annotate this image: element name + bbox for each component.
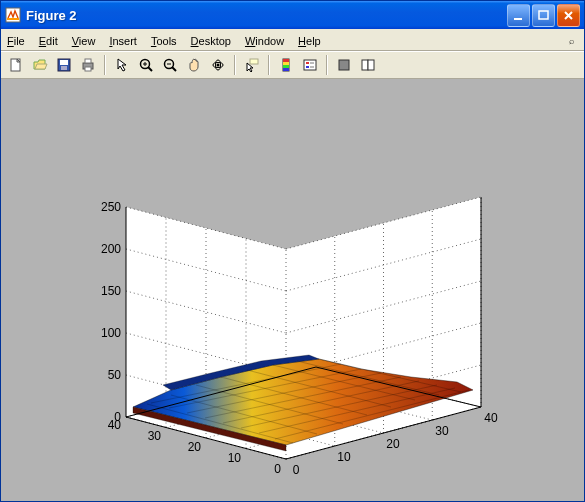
menu-desktop[interactable]: Desktop bbox=[189, 34, 233, 48]
toolbar bbox=[1, 51, 584, 79]
menu-bar: File Edit View Insert Tools Desktop Wind… bbox=[1, 29, 584, 51]
svg-rect-25 bbox=[283, 65, 289, 68]
pan-button[interactable] bbox=[183, 54, 205, 76]
maximize-button[interactable] bbox=[532, 4, 555, 27]
edit-plot-button[interactable] bbox=[111, 54, 133, 76]
open-file-button[interactable] bbox=[29, 54, 51, 76]
svg-rect-23 bbox=[283, 59, 289, 62]
svg-rect-1 bbox=[7, 18, 19, 20]
svg-line-16 bbox=[172, 67, 176, 71]
toolbar-separator bbox=[104, 55, 106, 75]
svg-text:30: 30 bbox=[435, 424, 449, 438]
toolbar-separator bbox=[234, 55, 236, 75]
svg-text:150: 150 bbox=[101, 284, 121, 298]
show-plot-tools-button[interactable] bbox=[357, 54, 379, 76]
menu-window[interactable]: Window bbox=[243, 34, 286, 48]
new-figure-button[interactable] bbox=[5, 54, 27, 76]
menu-edit[interactable]: Edit bbox=[37, 34, 60, 48]
svg-text:50: 50 bbox=[108, 368, 122, 382]
svg-text:0: 0 bbox=[274, 462, 281, 476]
hide-plot-tools-button[interactable] bbox=[333, 54, 355, 76]
svg-rect-34 bbox=[368, 60, 374, 70]
svg-rect-21 bbox=[250, 59, 258, 64]
svg-text:30: 30 bbox=[148, 429, 162, 443]
svg-text:20: 20 bbox=[188, 440, 202, 454]
svg-text:10: 10 bbox=[337, 450, 351, 464]
svg-rect-7 bbox=[61, 66, 67, 70]
menu-file[interactable]: File bbox=[5, 34, 27, 48]
svg-text:40: 40 bbox=[484, 411, 498, 425]
menu-insert[interactable]: Insert bbox=[107, 34, 139, 48]
insert-colorbar-button[interactable] bbox=[275, 54, 297, 76]
axes-3d[interactable]: 0 50 100 150 200 250 40 30 20 10 0 0 10 … bbox=[61, 107, 541, 487]
svg-text:0: 0 bbox=[293, 463, 300, 477]
menu-view[interactable]: View bbox=[70, 34, 98, 48]
print-button[interactable] bbox=[77, 54, 99, 76]
svg-text:200: 200 bbox=[101, 242, 121, 256]
save-button[interactable] bbox=[53, 54, 75, 76]
svg-text:10: 10 bbox=[228, 451, 242, 465]
svg-rect-9 bbox=[85, 59, 91, 63]
insert-legend-button[interactable] bbox=[299, 54, 321, 76]
svg-rect-26 bbox=[283, 68, 289, 71]
svg-text:40: 40 bbox=[108, 418, 122, 432]
toolbar-separator bbox=[326, 55, 328, 75]
minimize-button[interactable] bbox=[507, 4, 530, 27]
svg-rect-2 bbox=[514, 18, 522, 20]
svg-rect-24 bbox=[283, 62, 289, 65]
window-title: Figure 2 bbox=[26, 8, 507, 23]
svg-rect-32 bbox=[339, 60, 349, 70]
menu-overflow-icon[interactable]: ⌕ bbox=[569, 36, 574, 46]
data-cursor-button[interactable] bbox=[241, 54, 263, 76]
z-tick-labels: 0 50 100 150 200 250 bbox=[101, 200, 121, 424]
svg-line-12 bbox=[148, 67, 152, 71]
svg-text:20: 20 bbox=[386, 437, 400, 451]
svg-rect-27 bbox=[304, 60, 316, 70]
figure-window: Figure 2 File Edit View Insert Tools Des… bbox=[0, 0, 585, 502]
svg-rect-10 bbox=[85, 67, 91, 71]
svg-rect-6 bbox=[60, 60, 68, 65]
figure-canvas[interactable]: 0 50 100 150 200 250 40 30 20 10 0 0 10 … bbox=[1, 79, 584, 501]
zoom-in-button[interactable] bbox=[135, 54, 157, 76]
toolbar-separator bbox=[268, 55, 270, 75]
title-bar[interactable]: Figure 2 bbox=[1, 1, 584, 29]
app-icon bbox=[5, 7, 21, 23]
svg-text:250: 250 bbox=[101, 200, 121, 214]
rotate-3d-button[interactable] bbox=[207, 54, 229, 76]
zoom-out-button[interactable] bbox=[159, 54, 181, 76]
svg-point-20 bbox=[217, 64, 220, 67]
menu-help[interactable]: Help bbox=[296, 34, 323, 48]
svg-text:100: 100 bbox=[101, 326, 121, 340]
menu-tools[interactable]: Tools bbox=[149, 34, 179, 48]
close-button[interactable] bbox=[557, 4, 580, 27]
svg-rect-3 bbox=[539, 11, 548, 19]
svg-rect-33 bbox=[362, 60, 368, 70]
